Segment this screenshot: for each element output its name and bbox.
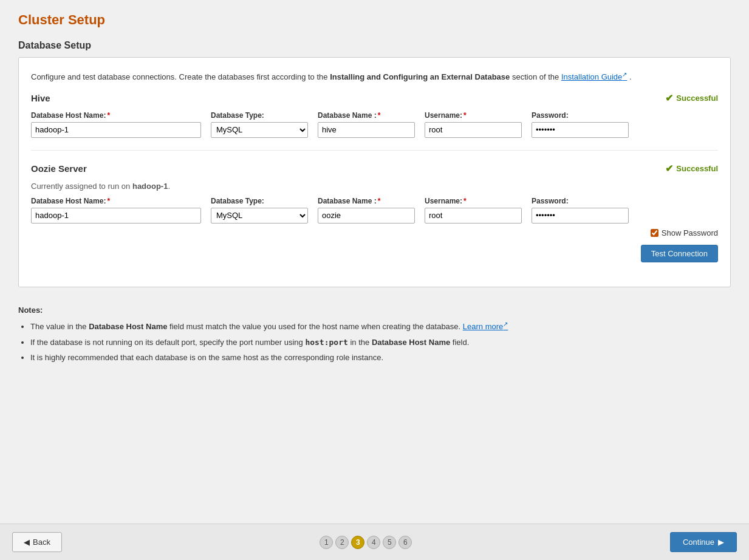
test-connection-button[interactable]: Test Connection: [641, 245, 718, 262]
page-4[interactable]: 4: [367, 536, 380, 549]
hive-dbname-label: Database Name :*: [318, 111, 415, 120]
oozie-section: Oozie Server ✔ Successful Currently assi…: [31, 163, 718, 275]
note-item-1: The value in the Database Host Name fiel…: [30, 319, 731, 333]
oozie-username-input[interactable]: [425, 208, 522, 224]
hive-password-group: Password:: [532, 111, 629, 138]
hive-section-header: Hive ✔ Successful: [31, 92, 718, 104]
oozie-password-input[interactable]: [532, 208, 629, 224]
oozie-type-select[interactable]: MySQL PostgreSQL Oracle: [211, 208, 308, 224]
oozie-username-label: Username:*: [425, 197, 522, 205]
hive-username-group: Username:*: [425, 111, 522, 138]
hive-host-input[interactable]: [31, 122, 201, 138]
oozie-password-group: Password:: [532, 197, 629, 224]
hive-host-label: Database Host Name:*: [31, 111, 201, 120]
back-arrow-icon: ◀: [24, 538, 30, 547]
back-label: Back: [33, 538, 50, 547]
database-setup-title: Database Setup: [18, 40, 731, 51]
note-item-3: It is highly recommended that each datab…: [30, 352, 731, 364]
oozie-note: Currently assigned to run on hadoop-1.: [31, 182, 718, 191]
back-button[interactable]: ◀ Back: [12, 532, 62, 552]
page-title: Cluster Setup: [18, 12, 731, 28]
page-6[interactable]: 6: [398, 536, 412, 549]
installation-guide-link[interactable]: Installation Guide↗: [561, 72, 627, 81]
oozie-success-label: Successful: [676, 164, 718, 173]
page-3[interactable]: 3: [351, 536, 364, 549]
footer: ◀ Back 1 2 3 4 5 6 Continue ▶: [0, 524, 749, 560]
hive-host-group: Database Host Name:*: [31, 111, 201, 138]
test-connection-row: Test Connection: [31, 245, 718, 262]
oozie-dbname-input[interactable]: [318, 208, 415, 224]
hive-type-select[interactable]: MySQL PostgreSQL Oracle: [211, 122, 308, 138]
oozie-password-label: Password:: [532, 197, 629, 205]
page-2[interactable]: 2: [335, 536, 349, 549]
show-password-row: Show Password: [31, 228, 718, 237]
oozie-type-group: Database Type: MySQL PostgreSQL Oracle: [211, 197, 308, 224]
hive-type-label: Database Type:: [211, 111, 308, 120]
page-1[interactable]: 1: [320, 536, 333, 549]
hive-section: Hive ✔ Successful Database Host Name:* D…: [31, 92, 718, 151]
oozie-success-badge: ✔ Successful: [665, 163, 718, 174]
check-icon-oozie: ✔: [665, 163, 673, 174]
check-icon: ✔: [665, 92, 673, 104]
hive-password-label: Password:: [532, 111, 629, 120]
database-setup-card: Configure and test database connections.…: [18, 57, 731, 287]
hive-dbname-group: Database Name :*: [318, 111, 415, 138]
hive-username-input[interactable]: [425, 122, 522, 138]
hive-success-badge: ✔ Successful: [665, 92, 718, 104]
oozie-section-title: Oozie Server: [31, 163, 87, 174]
hive-dbname-input[interactable]: [318, 122, 415, 138]
hive-form-row: Database Host Name:* Database Type: MySQ…: [31, 111, 718, 138]
pagination: 1 2 3 4 5 6: [320, 536, 412, 549]
oozie-host-input[interactable]: [31, 208, 201, 224]
intro-link-text: Installing and Configuring an External D…: [330, 72, 510, 81]
oozie-type-label: Database Type:: [211, 197, 308, 205]
continue-arrow-icon: ▶: [718, 538, 724, 547]
continue-button[interactable]: Continue ▶: [670, 532, 737, 552]
hive-username-label: Username:*: [425, 111, 522, 120]
hive-password-input[interactable]: [532, 122, 629, 138]
oozie-username-group: Username:*: [425, 197, 522, 224]
show-password-checkbox[interactable]: [651, 229, 658, 237]
note-item-2: If the database is not running on its de…: [30, 336, 731, 349]
oozie-node: hadoop-1: [132, 182, 168, 191]
hive-success-label: Successful: [676, 94, 718, 103]
hive-section-title: Hive: [31, 93, 50, 103]
notes-title: Notes:: [18, 306, 731, 315]
notes-list: The value in the Database Host Name fiel…: [18, 319, 731, 364]
oozie-dbname-group: Database Name :*: [318, 197, 415, 224]
oozie-section-header: Oozie Server ✔ Successful: [31, 163, 718, 174]
oozie-host-group: Database Host Name:*: [31, 197, 201, 224]
page-5[interactable]: 5: [383, 536, 396, 549]
continue-label: Continue: [683, 538, 714, 547]
oozie-dbname-label: Database Name :*: [318, 197, 415, 205]
oozie-form-row: Database Host Name:* Database Type: MySQ…: [31, 197, 718, 224]
oozie-host-label: Database Host Name:*: [31, 197, 201, 205]
hive-type-group: Database Type: MySQL PostgreSQL Oracle: [211, 111, 308, 138]
learn-more-link[interactable]: Learn more↗: [463, 322, 508, 331]
show-password-label[interactable]: Show Password: [662, 228, 718, 237]
intro-text: Configure and test database connections.…: [31, 70, 718, 83]
notes-section: Notes: The value in the Database Host Na…: [18, 299, 731, 374]
